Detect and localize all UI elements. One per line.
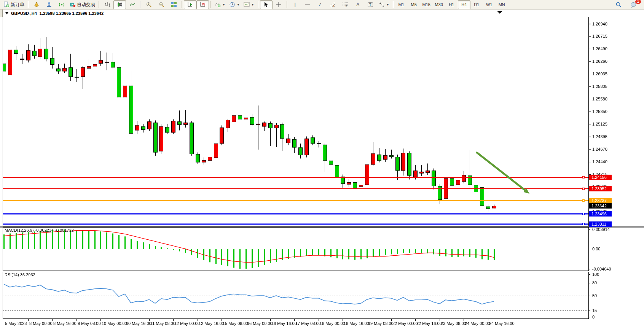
toolbar-separator (210, 1, 211, 8)
collapse-toggle-icon[interactable] (5, 12, 8, 14)
periods-icon (229, 2, 235, 8)
toolbar-right: 1 (612, 0, 642, 9)
community-icon (46, 2, 52, 8)
styler-button[interactable] (30, 0, 43, 9)
toolbar-separator (99, 1, 99, 8)
toolbar-separator (287, 1, 287, 8)
shapes-icon (379, 2, 385, 8)
shapes-button[interactable]: ▼ (377, 0, 391, 9)
svg-text:T: T (369, 3, 371, 6)
crosshair-button[interactable] (273, 0, 285, 9)
autoscroll-button[interactable] (184, 0, 196, 9)
timeframe-button-M1[interactable]: M1 (395, 0, 408, 9)
channel-button[interactable]: E (327, 0, 339, 9)
chevron-down-icon: ▼ (222, 3, 225, 6)
timeframe-button-H1[interactable]: H1 (445, 0, 458, 9)
bar-chart-button[interactable] (101, 0, 113, 9)
chart-shift-marker[interactable] (497, 11, 502, 14)
chart-shift-button[interactable] (196, 0, 209, 9)
auto-trading-button[interactable]: 自动交易 (68, 0, 97, 9)
toolbar-separator (393, 1, 394, 8)
autotrading-icon (70, 2, 76, 8)
timeframe-button-MN[interactable]: MN (496, 0, 508, 9)
cursor-icon (263, 2, 269, 8)
vertical-line-button[interactable]: | (289, 0, 301, 9)
horizontal-line-button[interactable]: — (301, 0, 314, 9)
main-toolbar: 新订单 自动交易 ▼ ▼ ▼ | — ∕ E F A T ▼ M1M5M15M3… (0, 0, 644, 10)
line-chart-button[interactable] (126, 0, 139, 9)
chevron-down-icon: ▼ (386, 3, 389, 6)
notification-badge: 1 (635, 0, 641, 4)
timeframe-button-D1[interactable]: D1 (470, 0, 483, 9)
horizontal-line-icon: — (304, 2, 311, 8)
timeframe-button-W1[interactable]: W1 (483, 0, 496, 9)
chart-shift-icon (200, 2, 206, 8)
new-order-label: 新订单 (11, 2, 24, 8)
timeframe-button-M30[interactable]: M30 (433, 0, 445, 9)
timeframe-group: M1M5M15M30H1H4D1W1MN (395, 0, 508, 9)
zoom-out-button[interactable] (155, 0, 167, 9)
timeframe-button-M15[interactable]: M15 (420, 0, 433, 9)
timeframe-button-H4[interactable]: H4 (458, 0, 470, 9)
text-button[interactable]: A (352, 0, 364, 9)
candlestick-chart-icon (117, 2, 123, 8)
chart-symbol-period: GBPUSD-,H4 (11, 11, 37, 16)
community-button[interactable] (43, 0, 55, 9)
indicators-button[interactable]: ▼ (213, 0, 227, 9)
toolbar-separator (182, 1, 182, 8)
text-label-button[interactable]: T (364, 0, 377, 9)
channel-icon: E (330, 2, 336, 8)
toolbar-separator (140, 1, 141, 8)
tile-windows-button[interactable] (167, 0, 180, 9)
tile-windows-icon (171, 2, 177, 8)
autoscroll-icon (187, 2, 193, 8)
chart-title-bar: GBPUSD-,H4 1.23598 1.23665 1.23596 1.236… (3, 10, 104, 16)
new-order-icon (3, 2, 10, 8)
auto-trading-label: 自动交易 (77, 2, 95, 8)
styler-icon (33, 2, 40, 8)
chevron-down-icon: ▼ (237, 3, 240, 6)
svg-text:E: E (333, 5, 335, 7)
bar-chart-icon (104, 2, 110, 8)
timeframe-button-M5[interactable]: M5 (408, 0, 420, 9)
signals-icon (59, 2, 65, 8)
new-order-button[interactable]: 新订单 (2, 0, 26, 9)
notifications-button[interactable]: 1 (627, 0, 639, 9)
zoom-in-icon (146, 2, 152, 8)
indicators-icon (215, 2, 221, 8)
svg-text:F: F (346, 5, 347, 8)
fibonacci-icon: F (342, 2, 348, 8)
templates-button[interactable]: ▼ (242, 0, 256, 9)
signals-button[interactable] (55, 0, 68, 9)
text-icon: A (355, 2, 361, 8)
text-label-icon: T (367, 2, 373, 8)
line-chart-icon (129, 2, 135, 8)
toolbar-separator (258, 1, 258, 8)
crosshair-icon (276, 2, 282, 8)
periods-button[interactable]: ▼ (227, 0, 242, 9)
vertical-line-icon: | (292, 2, 298, 8)
price-chart-canvas[interactable] (0, 17, 644, 328)
zoom-in-button[interactable] (142, 0, 155, 9)
search-button[interactable] (612, 0, 625, 9)
candlestick-chart-button[interactable] (113, 0, 126, 9)
toolbar-separator (28, 1, 29, 8)
zoom-out-icon (158, 2, 164, 8)
chevron-down-icon: ▼ (251, 3, 254, 6)
trendline-button[interactable]: ∕ (314, 0, 327, 9)
cursor-button[interactable] (260, 0, 273, 9)
trendline-icon: ∕ (317, 2, 323, 8)
search-icon (615, 2, 622, 8)
chart-ohlc-values: 1.23598 1.23665 1.23596 1.23642 (40, 11, 104, 16)
templates-icon (244, 2, 250, 8)
fibonacci-button[interactable]: F (339, 0, 352, 9)
